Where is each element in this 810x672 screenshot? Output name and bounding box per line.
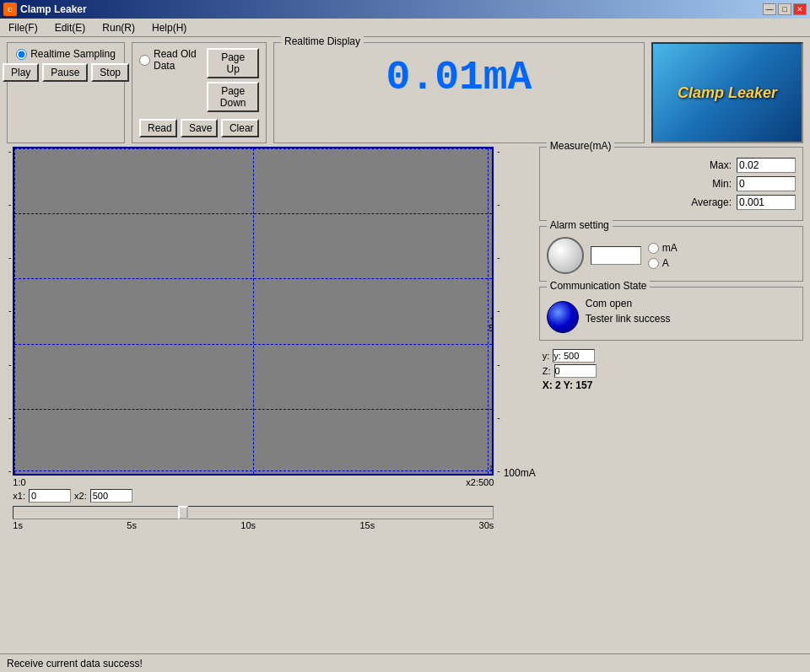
- old-data-radio[interactable]: [139, 55, 150, 66]
- alarm-panel: Alarm setting mA A: [539, 226, 803, 282]
- time-5s: 5s: [127, 520, 137, 530]
- y-scale-100ma: 100mA: [504, 467, 536, 479]
- app-icon: C: [3, 3, 17, 16]
- old-data-panel: Read Old Data Page Up Page Down Read Sav…: [132, 42, 267, 143]
- comm-line2: Tester link success: [586, 313, 671, 325]
- xy-display: X: 2 Y: 157: [543, 379, 800, 391]
- menu-edit[interactable]: Edit(E): [50, 20, 91, 35]
- time-labels: 1s 5s 10s 15s 30s: [13, 520, 494, 530]
- y-label-4: -: [8, 306, 11, 315]
- read-button[interactable]: Read: [139, 119, 177, 137]
- x-start-label: 1:0: [13, 477, 25, 487]
- menu-file[interactable]: File(F): [3, 20, 43, 35]
- min-input[interactable]: [737, 176, 796, 191]
- y-d6: -: [497, 466, 500, 476]
- realtime-sampling-radio[interactable]: [16, 49, 27, 60]
- y-coord-input[interactable]: [553, 349, 595, 363]
- xy-position-panel: y: Z: X: 2 Y: 157: [539, 346, 803, 395]
- grid-v-2: [488, 148, 489, 474]
- alarm-title: Alarm setting: [547, 219, 613, 231]
- comm-panel: Communication State Com open Tester link…: [539, 287, 803, 341]
- alarm-threshold-input[interactable]: [591, 246, 641, 265]
- y-d2: -: [497, 253, 500, 262]
- stop-button[interactable]: Stop: [91, 63, 129, 82]
- realtime-value: 0.01mA: [281, 46, 637, 109]
- y-scale-panel: - - - - - - -: [497, 147, 500, 476]
- y-axis-labels: - - - - - - -: [7, 147, 11, 476]
- menu-run[interactable]: Run(R): [97, 20, 140, 35]
- comm-indicator: [547, 301, 579, 333]
- time-slider[interactable]: [13, 506, 494, 519]
- y-label-7: -: [8, 466, 11, 476]
- realtime-display-title: Realtime Display: [281, 35, 364, 47]
- y-center-marker: ↔y: 500: [489, 313, 494, 333]
- comm-line1: Com open: [586, 298, 671, 309]
- time-1s: 1s: [13, 520, 23, 530]
- alarm-a-label: A: [662, 257, 669, 269]
- sampling-panel: Realtime Sampling Play Pause Stop: [7, 42, 125, 143]
- maximize-button[interactable]: □: [778, 3, 791, 15]
- x2-label: x2:: [74, 491, 87, 501]
- y-coord-label: y:: [543, 351, 550, 361]
- save-button[interactable]: Save: [181, 119, 218, 137]
- comm-title: Communication State: [547, 280, 651, 292]
- minimize-button[interactable]: —: [763, 3, 776, 15]
- y-top-dash: -: [497, 147, 500, 156]
- pause-button[interactable]: Pause: [42, 63, 88, 82]
- z-coord-label: Z:: [543, 366, 551, 376]
- realtime-sampling-label: Realtime Sampling: [30, 48, 116, 60]
- alarm-a-radio[interactable]: [648, 258, 659, 269]
- alarm-ma-label: mA: [662, 242, 678, 254]
- avg-label: Average:: [681, 196, 732, 208]
- y-d4: -: [497, 360, 500, 369]
- y-label-2: -: [8, 200, 11, 209]
- y-d3: -: [497, 306, 500, 315]
- alarm-ma-radio[interactable]: [648, 243, 659, 254]
- min-label: Min:: [681, 178, 732, 190]
- x1-input[interactable]: [29, 489, 71, 503]
- right-panels: Measure(mA) Max: Min: Average:: [539, 147, 803, 530]
- chart-section: - - - - - - -: [7, 147, 536, 530]
- old-data-label: Read Old Data: [154, 48, 200, 72]
- y-d1: -: [497, 200, 500, 209]
- y-label-6: -: [8, 413, 11, 422]
- menu-help[interactable]: Help(H): [147, 20, 192, 35]
- measure-title: Measure(mA): [547, 140, 615, 152]
- title-bar: C Clamp Leaker — □ ✕: [0, 0, 810, 19]
- y-d5: -: [497, 413, 500, 422]
- x2-input[interactable]: [90, 489, 132, 503]
- close-button[interactable]: ✕: [793, 3, 807, 15]
- menu-bar: File(F) Edit(E) Run(R) Help(H): [0, 19, 810, 37]
- y-label-5: -: [8, 360, 11, 369]
- measure-panel: Measure(mA) Max: Min: Average:: [539, 147, 803, 221]
- time-30s: 30s: [479, 520, 494, 530]
- x-mid-label: x2:500: [466, 477, 494, 487]
- grid-v-1: [253, 148, 254, 474]
- window-title: Clamp Leaker: [20, 3, 87, 15]
- clear-button[interactable]: Clear: [221, 119, 259, 137]
- chart-below: 1:0 x2:500 x1: x2:: [13, 477, 494, 530]
- status-message: Receive current data success!: [7, 658, 143, 669]
- status-bar: Receive current data success!: [0, 653, 810, 672]
- page-up-button[interactable]: Page Up: [207, 48, 259, 78]
- page-down-button[interactable]: Page Down: [207, 82, 259, 112]
- grid-v-0: [14, 148, 15, 474]
- alarm-indicator: [547, 237, 584, 274]
- y-label-3: -: [8, 253, 11, 262]
- logo-panel: Clamp Leaker: [651, 42, 803, 143]
- chart-canvas[interactable]: ↔y: 500 ↕0: [13, 147, 494, 476]
- avg-input[interactable]: [737, 195, 796, 210]
- z-coord-input[interactable]: [554, 364, 597, 378]
- time-15s: 15s: [359, 520, 375, 530]
- play-button[interactable]: Play: [3, 63, 39, 82]
- time-10s: 10s: [240, 520, 256, 530]
- max-label: Max:: [681, 159, 732, 171]
- y-bottom-marker: ↕0: [489, 462, 494, 472]
- x1-label: x1:: [13, 491, 25, 501]
- realtime-display-panel: Realtime Display 0.01mA: [273, 42, 645, 143]
- max-input[interactable]: [737, 158, 796, 173]
- y-label-1: -: [8, 147, 11, 156]
- logo-text: Clamp Leaker: [678, 84, 777, 102]
